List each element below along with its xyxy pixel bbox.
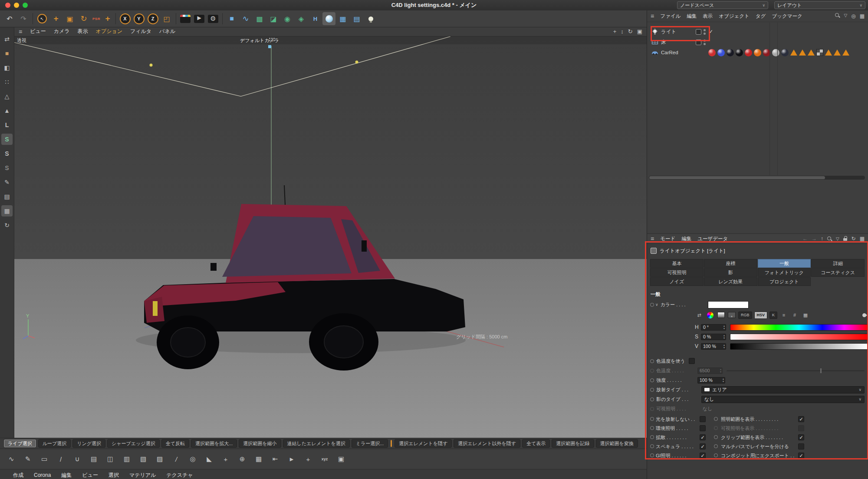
lock-icon[interactable] <box>843 236 848 241</box>
visibility-dots[interactable] <box>704 39 706 45</box>
anim-dot[interactable] <box>650 303 654 307</box>
move-tool-icon[interactable] <box>49 12 62 25</box>
primitive-cube-icon[interactable] <box>225 12 238 25</box>
material-tag-triangle[interactable] <box>825 49 832 56</box>
search-icon[interactable] <box>827 236 832 241</box>
am-menu-mode[interactable]: モード <box>660 236 675 242</box>
viewport-menu-camera[interactable]: カメラ <box>54 28 70 35</box>
color-wheel-icon[interactable] <box>707 312 713 318</box>
mirror-selection-button[interactable]: ミラー選択... <box>352 439 388 448</box>
tab-coordinates[interactable]: 座標 <box>704 259 757 268</box>
y-axis-lock-icon[interactable]: Y <box>132 12 145 25</box>
viewport-menu-filter[interactable]: フィルタ <box>130 28 151 35</box>
viewport-burger-icon[interactable] <box>19 28 22 35</box>
ring-selection-button[interactable]: リング選択 <box>72 439 105 448</box>
menu-create[interactable]: 作成 <box>13 472 23 479</box>
diffuse-checkbox[interactable]: ✓ <box>700 434 706 440</box>
show-clipping-checkbox[interactable]: ✓ <box>798 434 804 440</box>
visibility-dots[interactable] <box>704 29 706 35</box>
om-menu-tags[interactable]: タグ <box>756 13 766 20</box>
matrix-extrude-icon[interactable] <box>153 452 167 466</box>
undo-icon[interactable] <box>3 12 16 25</box>
anim-dot[interactable] <box>650 435 654 439</box>
scale-tool-icon[interactable] <box>63 12 76 25</box>
magnet-icon[interactable] <box>70 452 84 466</box>
saturation-gradient-bar[interactable] <box>730 334 868 340</box>
material-tag-triangle[interactable] <box>790 49 797 56</box>
sharp-edge-selection-button[interactable]: シャープエッジ選択 <box>107 439 160 448</box>
subdivision-surface-icon[interactable] <box>253 12 266 25</box>
value-gradient-bar[interactable] <box>730 343 868 350</box>
tab-lens-effects[interactable]: レンズ効果 <box>704 277 757 286</box>
wedge-tool-icon[interactable] <box>202 452 216 466</box>
material-tag-sphere[interactable] <box>781 49 789 56</box>
material-tag-sphere[interactable] <box>736 49 743 56</box>
hide-selected-button[interactable]: 選択エレメントを隠す <box>395 439 452 448</box>
tab-shadow[interactable]: 影 <box>704 268 757 277</box>
shrink-selection-button[interactable]: 選択範囲を縮小 <box>239 439 281 448</box>
camera-icon[interactable] <box>350 12 363 25</box>
history-back-icon[interactable] <box>802 236 808 242</box>
layer-chip[interactable] <box>696 39 701 45</box>
add-tool-icon[interactable] <box>102 12 113 25</box>
smooth-shift-icon[interactable] <box>136 452 150 466</box>
specular-checkbox[interactable]: ✓ <box>700 443 706 449</box>
path-icon[interactable] <box>851 13 855 19</box>
chevron-down-icon[interactable] <box>655 302 658 307</box>
spectrum-icon[interactable] <box>717 312 725 318</box>
point-mode-icon[interactable]: ∷ <box>1 76 13 88</box>
material-tag-sphere[interactable] <box>754 49 761 56</box>
bevel-tool-icon[interactable] <box>120 452 134 466</box>
render-settings-icon[interactable] <box>207 12 220 25</box>
viewport-menu-panel[interactable]: パネル <box>159 28 175 35</box>
psr-tool-icon[interactable]: PSR <box>91 12 102 25</box>
viewport-menu-options[interactable]: オプション <box>96 28 122 35</box>
nodespace-dropdown[interactable]: ノードスペース <box>677 1 768 9</box>
layer-chip[interactable] <box>696 29 701 35</box>
parent-up-icon[interactable] <box>821 236 823 242</box>
rgb-mode-button[interactable]: RGB <box>738 312 752 319</box>
hsv-mode-button[interactable]: HSV <box>754 312 768 319</box>
anim-dot[interactable] <box>650 397 654 401</box>
extrude-inner-icon[interactable] <box>103 452 117 466</box>
iron-tool-icon[interactable] <box>186 452 200 466</box>
anim-dot[interactable] <box>650 444 654 448</box>
invert-all-button[interactable]: 全て反転 <box>161 439 189 448</box>
edge-mode-icon[interactable]: △ <box>1 91 13 102</box>
kelvin-mode-button[interactable]: K <box>769 312 777 319</box>
hide-unselected-button[interactable]: 選択エレメント以外を隠す <box>454 439 520 448</box>
rotate-view-icon[interactable] <box>628 28 633 35</box>
convert-mode-icon[interactable]: ⇄ <box>1 33 13 45</box>
value-spinner[interactable]: 100 % <box>701 343 726 350</box>
object-row-carred[interactable]: CarRed <box>647 47 868 58</box>
render-to-picture-viewer-icon[interactable] <box>193 12 206 25</box>
material-tag-sphere[interactable] <box>708 49 716 56</box>
object-row-light[interactable]: ライト ✓ <box>647 26 868 37</box>
sync-icon[interactable] <box>852 236 856 242</box>
viewport-menu-display[interactable]: 表示 <box>78 28 88 35</box>
anim-dot[interactable] <box>714 435 718 439</box>
anim-dot[interactable] <box>650 388 654 392</box>
paint-mode-icon[interactable]: ✎ <box>1 177 13 188</box>
zoom-view-icon[interactable] <box>621 28 624 35</box>
rotate-tool-icon[interactable] <box>77 12 90 25</box>
extrude-icon[interactable] <box>267 12 280 25</box>
history-forward-icon[interactable] <box>812 236 817 242</box>
tab-basic[interactable]: 基本 <box>650 259 704 268</box>
anim-dot[interactable] <box>650 453 654 457</box>
coordinate-system-icon[interactable] <box>160 12 173 25</box>
material-tag-sphere[interactable] <box>717 49 725 56</box>
add-object-icon[interactable] <box>301 452 315 466</box>
anim-dot[interactable] <box>650 426 654 430</box>
attribute-manager-burger-icon[interactable] <box>651 235 654 242</box>
material-tag-triangle[interactable] <box>799 49 806 56</box>
light-tool-icon[interactable] <box>364 12 377 25</box>
hue-gradient-bar[interactable] <box>730 324 868 331</box>
menu-view[interactable]: ビュー <box>82 472 98 479</box>
viewport-canvas[interactable]: Y 透視 デフォルトカメラ グリッド間隔 : 5000 cm <box>14 36 647 438</box>
select-connected-button[interactable]: 連結したエレメントを選択 <box>283 439 350 448</box>
live-selection-icon[interactable] <box>36 12 49 25</box>
hue-spinner[interactable]: 0 ° <box>701 324 726 331</box>
use-temperature-checkbox[interactable] <box>689 358 695 364</box>
material-tag-sphere[interactable] <box>745 49 752 56</box>
